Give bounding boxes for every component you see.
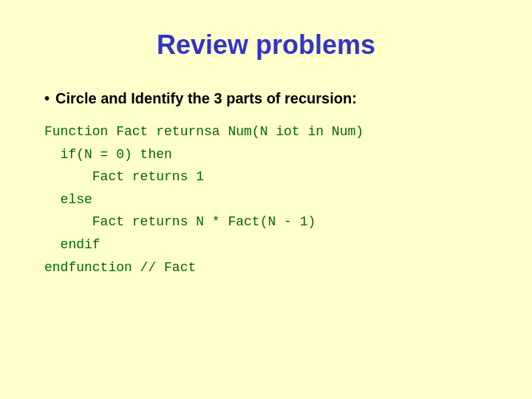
slide-title: Review problems [44,30,488,61]
code-line-3: Fact returns 1 [44,166,364,188]
bullet-dot: • [44,90,50,107]
code-line-7: endfunction // Fact [44,256,364,279]
code-line-5: Fact returns N * Fact(N - 1) [44,211,364,233]
bullet-text: Circle and Identify the 3 parts of recur… [55,90,357,107]
slide-container: Review problems • Circle and Identify th… [0,0,532,399]
code-line-6: endif [44,233,364,256]
bullet-item: • Circle and Identify the 3 parts of rec… [44,90,357,107]
code-line-4: else [44,188,364,211]
code-line-1: Function Fact returnsa Num(N iot in Num) [44,120,364,143]
code-line-2: if(N = 0) then [44,143,364,166]
code-block: Function Fact returnsa Num(N iot in Num)… [44,120,364,279]
